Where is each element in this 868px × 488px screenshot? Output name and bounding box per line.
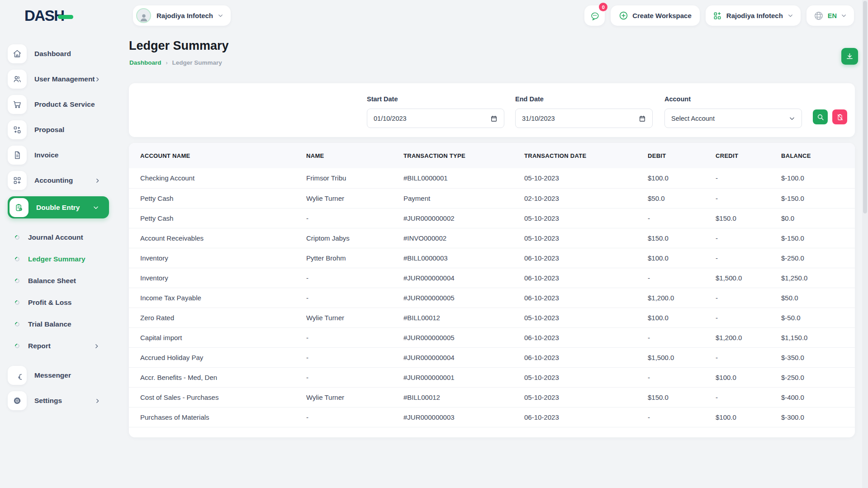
- sidebar-item-user-management[interactable]: User Management: [8, 69, 112, 90]
- cell-transaction-type: #JUR000000004: [392, 268, 513, 288]
- user-account-dropdown[interactable]: Rajodiya Infotech: [133, 5, 231, 26]
- cell-name: -: [295, 208, 392, 228]
- table-row: Zero Rated Wylie Turner #BILL00012 05-10…: [129, 308, 855, 327]
- end-date-input[interactable]: 31/10/2023: [515, 109, 653, 128]
- column-header-debit: DEBIT: [636, 143, 704, 168]
- sidebar-item-messenger[interactable]: Messenger: [8, 365, 112, 386]
- submenu-item[interactable]: Ledger Summary: [0, 248, 112, 270]
- start-date-label: Start Date: [367, 95, 398, 103]
- cell-credit: $1,500.0: [704, 268, 770, 288]
- cell-transaction-type: #JUR000000005: [392, 288, 513, 308]
- sidebar-item-proposal[interactable]: Proposal: [8, 119, 112, 140]
- cart-icon: [8, 95, 27, 114]
- cell-account-name: Cost of Sales - Purchases: [129, 387, 295, 407]
- messages-badge: 0: [599, 3, 607, 11]
- accounting-icon: [8, 171, 27, 190]
- cell-balance: $1,150.0: [770, 327, 855, 347]
- chevron-down-icon: [787, 13, 793, 19]
- page-scrollbar[interactable]: [862, 0, 868, 488]
- cell-debit: $100.0: [636, 168, 704, 188]
- cell-debit: -: [636, 268, 704, 288]
- messenger-icon: [8, 366, 27, 385]
- page-title: Ledger Summary: [129, 39, 229, 53]
- chevron-down-icon: [218, 13, 223, 19]
- cell-credit: $100.0: [704, 407, 770, 427]
- language-selector[interactable]: EN: [806, 5, 854, 26]
- messages-button[interactable]: 0: [584, 5, 605, 26]
- chevron-right-icon: [95, 76, 100, 82]
- cell-balance: $-400.0: [770, 387, 855, 407]
- cell-debit: $150.0: [636, 387, 704, 407]
- table-row: Accr. Benefits - Med, Den - #JUR00000000…: [129, 367, 855, 387]
- brand-logo[interactable]: DASH: [24, 7, 73, 24]
- column-header-name: NAME: [295, 143, 392, 168]
- cell-balance: $-100.0: [770, 168, 855, 188]
- cell-debit: $1,200.0: [636, 288, 704, 308]
- sidebar-item-double-entry[interactable]: Double Entry: [8, 196, 109, 218]
- cell-transaction-date: 05-10-2023: [513, 387, 636, 407]
- double-entry-icon: [9, 198, 28, 217]
- cell-name: -: [295, 407, 392, 427]
- cell-transaction-type: #INVO000002: [392, 228, 513, 248]
- sidebar-item-invoice[interactable]: Invoice: [8, 145, 112, 166]
- sidebar-menu: Dashboard User Management Product & Serv…: [0, 43, 112, 416]
- table-row: Account Receivables Criptom Jabys #INVO0…: [129, 228, 855, 248]
- chevron-right-icon: [94, 343, 100, 349]
- cell-account-name: Account Receivables: [129, 228, 295, 248]
- download-button[interactable]: [841, 48, 858, 65]
- invoice-icon: [8, 146, 27, 165]
- calendar-icon[interactable]: [490, 115, 498, 122]
- column-header-account-name: ACCOUNT NAME: [129, 143, 295, 168]
- cell-transaction-type: #BILL00012: [392, 387, 513, 407]
- sidebar-item-product-service[interactable]: Product & Service: [8, 94, 112, 115]
- cell-debit: -: [636, 208, 704, 228]
- column-header-transaction-type: TRANSACTION TYPE: [392, 143, 513, 168]
- workspace-selector[interactable]: Rajodiya Infotech: [706, 5, 801, 26]
- double-entry-submenu: Journal Account Ledger Summary Balance S…: [0, 227, 112, 357]
- breadcrumb-dashboard-link[interactable]: Dashboard: [129, 59, 161, 66]
- submenu-item[interactable]: Report: [0, 335, 112, 357]
- clipboard-slash-icon: [836, 114, 844, 121]
- plus-circle-icon: [619, 11, 628, 20]
- sidebar-item-label: Invoice: [34, 151, 58, 159]
- submenu-item[interactable]: Profit & Loss: [0, 292, 112, 313]
- cell-debit: -: [636, 327, 704, 347]
- cell-credit: $1,200.0: [704, 327, 770, 347]
- cell-credit: -: [704, 188, 770, 208]
- table-header-row: ACCOUNT NAME NAME TRANSACTION TYPE TRANS…: [129, 143, 855, 168]
- search-button[interactable]: [813, 109, 828, 124]
- sidebar-item-settings[interactable]: Settings: [8, 390, 112, 411]
- chevron-right-icon: [95, 398, 100, 404]
- submenu-item[interactable]: Balance Sheet: [0, 270, 112, 292]
- home-icon: [8, 44, 27, 63]
- start-date-input[interactable]: 01/10/2023: [367, 109, 504, 128]
- cell-credit: -: [704, 308, 770, 327]
- cell-transaction-type: #BILL0000003: [392, 248, 513, 268]
- scrollbar-thumb[interactable]: [863, 1, 867, 213]
- table-row: Purchases of Materials - #JUR000000003 0…: [129, 407, 855, 427]
- cell-credit: -: [704, 387, 770, 407]
- sidebar-item-accounting[interactable]: Accounting: [8, 170, 112, 191]
- calendar-icon[interactable]: [639, 115, 646, 122]
- table-row: Capital import - #JUR000000005 06-10-202…: [129, 327, 855, 347]
- cell-name: Wylie Turner: [295, 387, 392, 407]
- account-select[interactable]: Select Account: [664, 109, 802, 128]
- submenu-item[interactable]: Journal Account: [0, 227, 112, 248]
- cell-transaction-date: 05-10-2023: [513, 228, 636, 248]
- table-row: Cost of Sales - Purchases Wylie Turner #…: [129, 387, 855, 407]
- submenu-item-label: Report: [28, 342, 51, 350]
- cell-balance: $-150.0: [770, 228, 855, 248]
- search-icon: [817, 114, 824, 121]
- reset-button[interactable]: [832, 109, 847, 124]
- language-code: EN: [828, 12, 837, 19]
- submenu-item[interactable]: Trial Balance: [0, 313, 112, 335]
- cell-credit: -: [704, 248, 770, 268]
- ledger-table: ACCOUNT NAME NAME TRANSACTION TYPE TRANS…: [129, 143, 855, 427]
- cell-credit: -: [704, 228, 770, 248]
- cell-name: -: [295, 288, 392, 308]
- sidebar-item-label: Messenger: [34, 371, 71, 379]
- cell-account-name: Petty Cash: [129, 188, 295, 208]
- create-workspace-button[interactable]: Create Workspace: [611, 5, 700, 26]
- sidebar-item-dashboard[interactable]: Dashboard: [8, 43, 112, 64]
- cell-name: -: [295, 367, 392, 387]
